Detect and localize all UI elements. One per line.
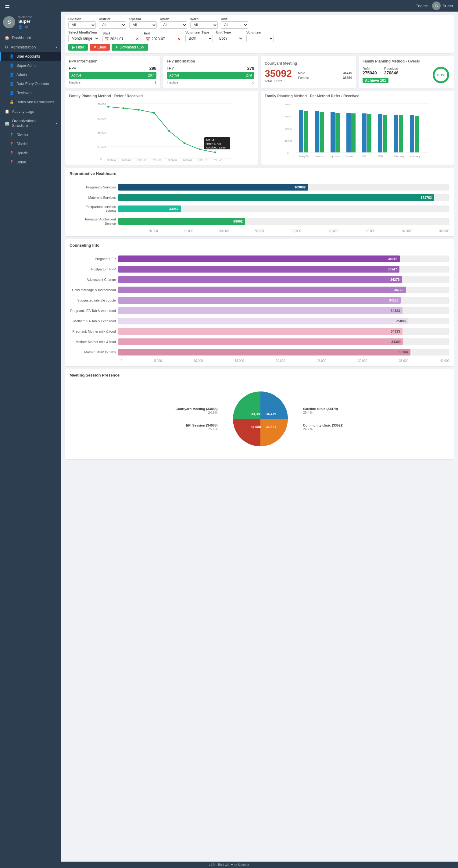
end-input[interactable] — [152, 37, 176, 41]
filter-button[interactable]: ▶ Filter — [68, 44, 88, 51]
ppv-active-row: Active 297 — [69, 72, 156, 79]
courtyard-male-row: Male 34740 — [298, 71, 352, 75]
legend-community: Community clinic (33521) 24.7% — [303, 424, 344, 431]
unit-select[interactable]: All — [221, 21, 248, 29]
unit-type-select[interactable]: Both — [216, 35, 243, 42]
clear-start-icon[interactable]: ✕ — [136, 37, 139, 41]
username-display: Super — [442, 4, 453, 8]
svg-rect-55 — [399, 115, 403, 152]
fp-overall-card: Family Planning Method - Overall Refer 2… — [359, 56, 454, 88]
infertile-label: Suggested infertile couple — [69, 299, 118, 302]
start-input[interactable] — [110, 37, 134, 41]
fpv-active-value: 279 — [246, 73, 252, 78]
month-year-select[interactable]: Month range — [68, 35, 99, 42]
footer-built: Built with ♥ by Softever — [218, 863, 249, 866]
svg-rect-44 — [315, 111, 319, 152]
pie-chart: 33,383 34,479 34,088 33,521 — [230, 389, 291, 450]
infertile-fill: 34133 — [118, 297, 401, 304]
female-value: 33650 — [343, 76, 352, 80]
clear-button[interactable]: ✕ Clear — [90, 44, 110, 51]
mother-ifa-fill: 35006 — [118, 318, 408, 324]
hamburger-icon[interactable]: ☰ — [5, 2, 10, 9]
volunteer-type-label: Volunteer Type — [185, 30, 213, 34]
end-input-wrap: 📅 ✕ — [144, 36, 182, 42]
start-label: Start — [102, 31, 141, 35]
svg-rect-45 — [319, 112, 324, 152]
sidebar-label-roles: Roles And Permissions — [17, 100, 54, 104]
sidebar-item-roles[interactable]: 🔒 Roles And Permissions — [0, 98, 61, 107]
sidebar-label-data-entry: Data Entry Operator — [17, 82, 49, 86]
filter-unit: Unit All — [221, 17, 248, 29]
calendar-icon-start: 📅 — [104, 37, 109, 41]
settings-icon[interactable]: ⚙ — [25, 25, 28, 29]
sidebar-username: Super — [18, 19, 33, 24]
fpv-active-label: Active — [169, 73, 179, 78]
sidebar-item-division[interactable]: 📍 Division — [0, 130, 61, 139]
sidebar-item-admin[interactable]: 👤 Admin — [0, 70, 61, 79]
mother-ifa-value: 35006 — [395, 319, 407, 323]
courtyard-female-row: Female 33650 — [298, 76, 352, 80]
ward-select[interactable]: All — [190, 21, 218, 29]
svg-text:2021-06: 2021-06 — [137, 159, 146, 162]
sidebar-item-org-structure[interactable]: 🏢 Organizational Structure ▾ — [0, 116, 61, 130]
post-pfp-fill: 33947 — [118, 266, 399, 273]
sidebar-item-data-entry[interactable]: 👤 Data Entry Operator — [0, 79, 61, 88]
svg-text:34,479: 34,479 — [266, 412, 276, 416]
preg-ifa-value: 34323 — [389, 309, 401, 312]
svg-text:34,088: 34,088 — [251, 425, 261, 429]
upazila-label: Upazila — [129, 17, 157, 21]
refer-chart-title: Family Planning Method - Refer / Receive… — [69, 94, 254, 98]
clear-end-icon[interactable]: ✕ — [177, 37, 181, 41]
division-label: Division — [68, 17, 96, 21]
reproductive-section: Reproductive Healthcare Pregnancy Servic… — [65, 168, 454, 236]
filter-volunteer-type: Volunteer Type Both — [185, 30, 213, 42]
svg-rect-52 — [378, 114, 383, 152]
sidebar: S Welcome, Super 👤 ⚙ 🏠 Dashboard ⚙ Admin… — [0, 11, 61, 862]
filter-district: District All — [99, 17, 126, 29]
topbar-left: ☰ — [5, 2, 10, 9]
svg-rect-42 — [299, 110, 303, 152]
union-select[interactable]: All — [160, 21, 187, 29]
sidebar-label-dashboard: Dashboard — [12, 35, 31, 40]
profile-icon[interactable]: 👤 — [18, 25, 23, 29]
svg-text:IUD: IUD — [362, 155, 366, 157]
fpv-inactive-value: 0 — [252, 81, 254, 84]
upazila-icon: 📍 — [9, 151, 14, 155]
volunteer-select[interactable] — [246, 35, 274, 42]
svg-text:35,000: 35,000 — [98, 131, 106, 134]
mother-ifa-label: Mother: IFA Tab & extra food — [69, 319, 118, 323]
filter-ward: Ward All — [190, 17, 218, 29]
sidebar-item-super-admin[interactable]: 👤 Super Admin — [0, 61, 61, 70]
sidebar-item-dashboard[interactable]: 🏠 Dashboard — [0, 33, 61, 42]
filter-division: Division All — [68, 17, 96, 29]
courtyard-title: Courtyard Meeting — [265, 61, 352, 66]
sidebar-item-upazila[interactable]: 📍 Upazila — [0, 149, 61, 158]
svg-text:2021-07: 2021-07 — [152, 159, 162, 162]
fpv-title: FPV Information — [167, 59, 254, 63]
sidebar-item-union[interactable]: 📍 Union — [0, 158, 61, 167]
division-select[interactable]: All — [68, 21, 96, 29]
pregnancy-fill: 103092 — [118, 184, 308, 191]
svg-text:Tubectomy: Tubectomy — [394, 155, 405, 158]
postpartum-value: 33947 — [168, 207, 180, 211]
user-menu[interactable]: S Super — [432, 2, 453, 10]
user-accounts-icon: 👤 — [9, 54, 14, 59]
volunteer-label: Volunteer — [246, 30, 274, 34]
sidebar-item-district[interactable]: 📍 District — [0, 139, 61, 149]
achieve-badge: Achieve 101 — [363, 78, 389, 83]
sidebar-item-user-accounts[interactable]: 👤 User Accounts — [0, 52, 61, 61]
clear-btn-label: Clear — [98, 45, 106, 50]
district-select[interactable]: All — [99, 21, 126, 29]
hbar-row-pregnancy: Pregnancy Services 103092 — [69, 184, 450, 191]
svg-rect-48 — [346, 113, 351, 152]
csv-button[interactable]: ⬇ Download CSV — [112, 44, 148, 51]
fpv-value: 279 — [247, 66, 254, 71]
language-selector[interactable]: English — [416, 4, 429, 8]
sidebar-item-activity-logs[interactable]: 📋 Activity Logs — [0, 107, 61, 116]
volunteer-type-select[interactable]: Both — [185, 35, 213, 42]
ppv-label: PPV — [69, 66, 76, 70]
sidebar-item-reviewer[interactable]: 👤 Reviewer — [0, 88, 61, 98]
csv-btn-label: Download CSV — [120, 45, 144, 50]
upazila-select[interactable]: All — [129, 21, 157, 29]
sidebar-item-administration[interactable]: ⚙ Administration ▾ — [0, 42, 61, 52]
